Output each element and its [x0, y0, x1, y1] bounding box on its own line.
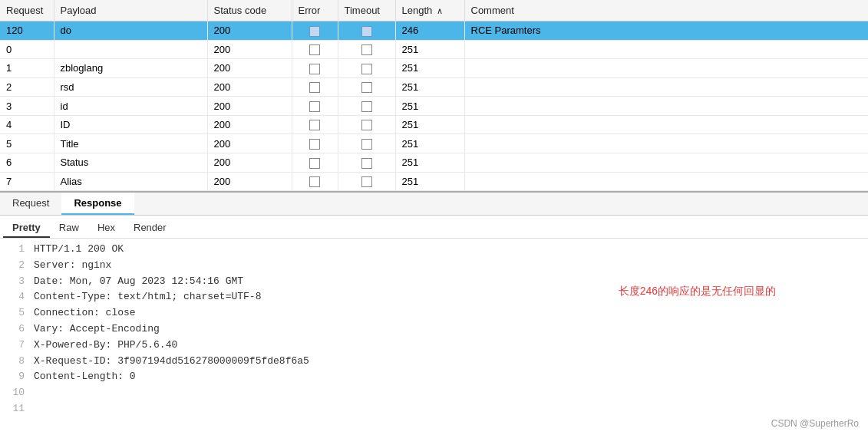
checkbox-error[interactable]: [309, 158, 320, 169]
tab-response[interactable]: Response: [61, 193, 134, 215]
line-number: 4: [6, 289, 25, 305]
cell-error: [292, 115, 338, 134]
line-content: Date: Mon, 07 Aug 2023 12:54:16 GMT: [34, 274, 243, 290]
line-number: 11: [6, 401, 25, 417]
subtab-render[interactable]: Render: [124, 219, 176, 238]
cell-error: [292, 21, 338, 41]
line-content: Content-Type: text/html; charset=UTF-8: [34, 289, 261, 305]
subtabs-row: Pretty Raw Hex Render: [0, 216, 868, 239]
cell-request: 7: [0, 172, 54, 191]
line-number: 5: [6, 305, 25, 321]
table-row[interactable]: 1zbloglang200251: [0, 59, 868, 78]
checkbox-error[interactable]: [309, 120, 320, 130]
checkbox-timeout[interactable]: [361, 82, 372, 93]
line-content: Connection: close: [34, 305, 136, 321]
checkbox-error[interactable]: [309, 26, 320, 37]
col-header-length[interactable]: Length ∧: [395, 0, 464, 21]
checkbox-timeout[interactable]: [361, 44, 372, 55]
cell-timeout: [338, 77, 395, 97]
col-header-status[interactable]: Status code: [207, 0, 292, 21]
cell-comment: [464, 115, 868, 134]
cell-error: [292, 134, 338, 153]
code-line: 11: [0, 401, 868, 417]
cell-length: 246: [395, 21, 464, 41]
table-row[interactable]: 5Title200251: [0, 134, 868, 153]
cell-length: 251: [395, 134, 464, 153]
cell-timeout: [338, 115, 395, 134]
table-row[interactable]: 4ID200251: [0, 115, 868, 134]
cell-error: [292, 153, 338, 172]
line-content: HTTP/1.1 200 OK: [34, 242, 124, 258]
response-lines: 1HTTP/1.1 200 OK2Server: nginx3Date: Mon…: [0, 242, 868, 417]
table-row[interactable]: 6Status200251: [0, 153, 868, 172]
checkbox-timeout[interactable]: [361, 176, 372, 187]
request-table: Request Payload Status code Error Timeou…: [0, 0, 868, 191]
cell-error: [292, 172, 338, 191]
line-number: 1: [6, 242, 25, 258]
cell-timeout: [338, 172, 395, 191]
table-row[interactable]: 3id200251: [0, 97, 868, 116]
bottom-section: Request Response Pretty Raw Hex Render 1…: [0, 193, 868, 435]
cell-request: 3: [0, 97, 54, 116]
col-header-comment[interactable]: Comment: [464, 0, 868, 21]
checkbox-error[interactable]: [309, 101, 320, 112]
table-row[interactable]: 120do200246RCE Paramters: [0, 21, 868, 41]
table-header-row: Request Payload Status code Error Timeou…: [0, 0, 868, 21]
tab-request[interactable]: Request: [0, 193, 61, 215]
cell-timeout: [338, 134, 395, 153]
code-line: 10: [0, 385, 868, 401]
cell-error: [292, 59, 338, 78]
checkbox-error[interactable]: [309, 44, 320, 55]
subtab-raw[interactable]: Raw: [50, 219, 88, 238]
cell-error: [292, 40, 338, 59]
watermark: CSDN @SuperherRo: [771, 418, 859, 429]
checkbox-timeout[interactable]: [361, 139, 372, 150]
col-header-error[interactable]: Error: [292, 0, 338, 21]
line-content: X-Request-ID: 3f907194dd516278000009f5fd…: [34, 354, 309, 370]
line-number: 10: [6, 385, 25, 401]
col-header-request[interactable]: Request: [0, 0, 54, 21]
checkbox-timeout[interactable]: [361, 26, 372, 37]
response-body: 1HTTP/1.1 200 OK2Server: nginx3Date: Mon…: [0, 239, 868, 435]
cell-timeout: [338, 21, 395, 41]
cell-request: 5: [0, 134, 54, 153]
cell-length: 251: [395, 115, 464, 134]
cell-request: 6: [0, 153, 54, 172]
cell-length: 251: [395, 77, 464, 97]
main-tabs-row: Request Response: [0, 193, 868, 216]
code-line: 9Content-Length: 0: [0, 369, 868, 385]
line-content: Server: nginx: [34, 258, 111, 274]
subtab-hex[interactable]: Hex: [88, 219, 124, 238]
col-header-timeout[interactable]: Timeout: [338, 0, 395, 21]
cell-comment: [464, 40, 868, 59]
cell-request: 2: [0, 77, 54, 97]
line-content: Content-Length: 0: [34, 369, 136, 385]
checkbox-timeout[interactable]: [361, 120, 372, 130]
checkbox-timeout[interactable]: [361, 158, 372, 169]
cell-status: 200: [207, 134, 292, 153]
table-section: Request Payload Status code Error Timeou…: [0, 0, 868, 193]
table-row[interactable]: 2rsd200251: [0, 77, 868, 97]
line-number: 8: [6, 354, 25, 370]
line-content: X-Powered-By: PHP/5.6.40: [34, 338, 177, 354]
cell-request: 120: [0, 21, 54, 41]
checkbox-error[interactable]: [309, 176, 320, 187]
cell-status: 200: [207, 153, 292, 172]
table-row[interactable]: 0200251: [0, 40, 868, 59]
checkbox-timeout[interactable]: [361, 101, 372, 112]
cell-payload: do: [54, 21, 207, 41]
cell-length: 251: [395, 59, 464, 78]
subtab-pretty[interactable]: Pretty: [3, 219, 50, 238]
line-number: 2: [6, 258, 25, 274]
col-header-payload[interactable]: Payload: [54, 0, 207, 21]
line-content: Vary: Accept-Encoding: [34, 321, 160, 338]
table-row[interactable]: 7Alias200251: [0, 172, 868, 191]
cell-payload: Title: [54, 134, 207, 153]
code-line: 5Connection: close: [0, 305, 868, 321]
cell-comment: [464, 77, 868, 97]
checkbox-timeout[interactable]: [361, 64, 372, 74]
checkbox-error[interactable]: [309, 64, 320, 74]
sort-arrow-icon: ∧: [437, 6, 443, 15]
checkbox-error[interactable]: [309, 82, 320, 93]
checkbox-error[interactable]: [309, 139, 320, 150]
